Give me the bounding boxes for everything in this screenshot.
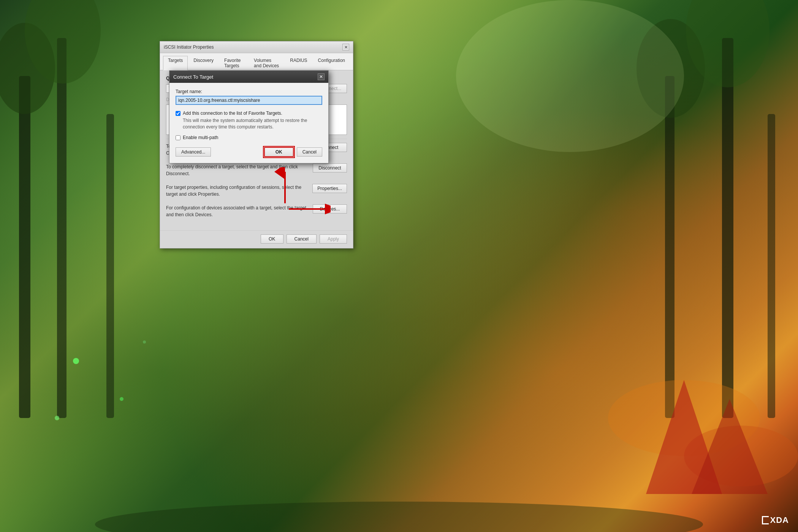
tab-favorite-targets[interactable]: Favorite Targets: [219, 56, 248, 70]
properties-info-text: For target properties, including configu…: [166, 184, 309, 198]
tab-discovery[interactable]: Discovery: [188, 56, 218, 70]
tab-configuration[interactable]: Configuration: [313, 56, 350, 70]
dialog-bottom-buttons: OK Cancel Apply: [160, 230, 353, 248]
connect-title: Connect To Target: [173, 74, 213, 80]
favorite-targets-label: Add this connection to the list of Favor…: [183, 110, 322, 117]
background-overlay: [0, 0, 798, 532]
favorite-targets-checkbox[interactable]: [176, 111, 180, 116]
favorite-targets-checkbox-row: Add this connection to the list of Favor…: [176, 110, 322, 130]
multipath-checkbox[interactable]: [176, 135, 180, 140]
action-row-disconnect: To completely disconnect a target, selec…: [166, 163, 347, 180]
xda-logo: XDA: [762, 515, 789, 525]
connect-content: Target name: Add this connection to the …: [169, 83, 328, 163]
disconnect-info-text: To completely disconnect a target, selec…: [166, 163, 309, 177]
devices-button[interactable]: Devices...: [313, 204, 347, 214]
advanced-button[interactable]: Advanced...: [176, 147, 211, 157]
iscsi-title: iSCSI Initiator Properties: [164, 44, 214, 50]
devices-info-text: For configuration of devices associated …: [166, 204, 309, 218]
action-row-devices: For configuration of devices associated …: [166, 204, 347, 221]
connect-buttons-row: Advanced... OK Cancel: [176, 147, 322, 157]
connect-to-target-dialog: Connect To Target ✕ Target name: Add thi…: [169, 70, 329, 163]
target-name-label: Target name:: [176, 89, 322, 94]
connect-close-button[interactable]: ✕: [318, 73, 325, 80]
connect-titlebar: Connect To Target ✕: [169, 71, 328, 83]
multipath-label: Enable multi-path: [183, 135, 218, 141]
cancel-button-connect[interactable]: Cancel: [297, 147, 322, 157]
cancel-button-main[interactable]: Cancel: [287, 234, 317, 244]
multipath-checkbox-row: Enable multi-path: [176, 135, 322, 141]
disconnect-button[interactable]: Disconnect: [313, 163, 347, 173]
tab-targets[interactable]: Targets: [163, 56, 188, 70]
iscsi-close-button[interactable]: ✕: [342, 44, 349, 51]
tab-volumes-devices[interactable]: Volumes and Devices: [249, 56, 284, 70]
target-name-input[interactable]: [176, 96, 322, 105]
iscsi-titlebar: iSCSI Initiator Properties ✕: [160, 41, 353, 53]
apply-button-main[interactable]: Apply: [320, 234, 347, 244]
properties-button[interactable]: Properties...: [312, 184, 347, 193]
xda-text: XDA: [770, 515, 789, 525]
tab-radius[interactable]: RADIUS: [285, 56, 312, 70]
ok-button-connect[interactable]: OK: [264, 147, 294, 157]
favorite-targets-subtext: This will make the system automatically …: [183, 117, 322, 130]
xda-bracket-icon: [762, 516, 769, 524]
tabs-bar: Targets Discovery Favorite Targets Volum…: [160, 53, 353, 70]
ok-button-main[interactable]: OK: [261, 234, 283, 244]
action-row-properties: For target properties, including configu…: [166, 184, 347, 201]
